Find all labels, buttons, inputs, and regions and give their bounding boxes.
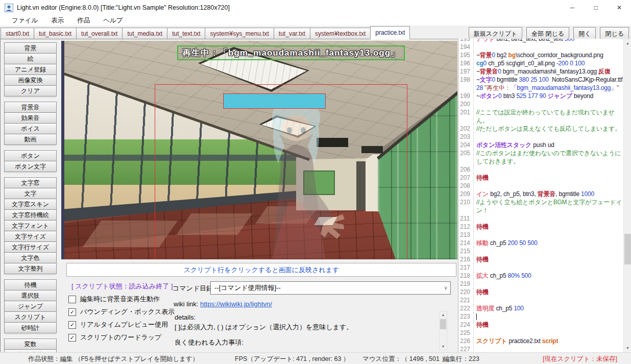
menu-item-1[interactable]: 表示	[44, 15, 70, 26]
script-line[interactable]: 203	[458, 133, 624, 141]
sidebar-button-3-6[interactable]: 文字行サイズ	[4, 241, 57, 253]
code-token: 500	[565, 39, 574, 42]
script-line[interactable]: 219	[458, 280, 624, 288]
sidebar-button-5-0[interactable]: 変数	[4, 338, 57, 350]
menu-item-0[interactable]: ファイル	[5, 15, 44, 26]
script-line[interactable]: 224待機	[458, 321, 624, 329]
script-line[interactable]: 204ボタン活性スタック push ud	[458, 141, 624, 149]
tab-8[interactable]: practice.txt	[370, 26, 410, 39]
tab-7[interactable]: system¥textbox.txt	[310, 28, 371, 39]
sidebar-button-4-0[interactable]: 待機	[4, 279, 57, 290]
menu-item-2[interactable]: 作品	[70, 15, 96, 26]
unsaved-indicator: [現在スクリプト：未保存]	[543, 355, 617, 363]
sidebar-button-0-2[interactable]: アニメ登録	[4, 64, 57, 75]
script-line[interactable]: 209イン bg2, ch_p5, btn3, 背景音, bgmtitle 10…	[458, 190, 624, 198]
sidebar-button-4-2[interactable]: ジャンプ	[4, 301, 57, 312]
sidebar-button-0-1[interactable]: 絵	[4, 53, 57, 64]
checkbox-row-2[interactable]: ✓リアルタイムプレビュー使用	[68, 321, 168, 329]
scroll-up-icon[interactable]: ▲	[624, 39, 631, 47]
sidebar-button-3-8[interactable]: 文字整列	[4, 263, 57, 274]
maximize-button[interactable]: □	[584, 0, 608, 15]
checkbox-row-1[interactable]: ✓バウンディング・ボックス表示	[68, 308, 175, 316]
script-line[interactable]: 221	[458, 296, 624, 304]
scroll-up-icon[interactable]: ▲	[440, 312, 447, 318]
script-line[interactable]: 208	[458, 182, 624, 190]
sidebar-button-0-0[interactable]: 背景	[4, 42, 57, 54]
scroll-down-icon[interactable]: ▼	[440, 344, 447, 350]
checkbox-icon[interactable]: ✓	[68, 308, 76, 316]
script-line[interactable]: 217	[458, 263, 624, 272]
script-line[interactable]: 198~文字0 bgmtitle 380 25 100 NotoSansCJKj…	[458, 76, 624, 92]
script-line[interactable]: 215	[458, 247, 624, 255]
script-line[interactable]: 199~ボタン0 btn3 525 177 90 ジャンプ beyond	[458, 92, 624, 100]
close-button[interactable]: ✕	[608, 0, 631, 15]
script-line[interactable]: 212待機	[458, 223, 624, 231]
script-line[interactable]: 226スクリプト practice2.txt script	[458, 337, 624, 345]
script-line[interactable]: 194	[458, 43, 624, 51]
script-line[interactable]: 205//このボタンはまだ使わないので選択できないようにしておきます。	[458, 149, 624, 165]
sidebar-button-3-0[interactable]: 文字窓	[4, 177, 57, 188]
script-line[interactable]: 196cg0 ch_p5 scg\girl_c0_all.png -200 0 …	[458, 59, 624, 67]
script-scrollbar[interactable]: ▲ ▼	[623, 39, 631, 352]
script-line[interactable]: 207待機	[458, 174, 624, 182]
details-scrollbar-thumb[interactable]	[440, 319, 446, 329]
sidebar-button-1-1[interactable]: 効果音	[4, 112, 57, 124]
script-line[interactable]: 218拡大 ch_p5 80% 500	[458, 272, 624, 280]
sidebar-button-4-3[interactable]: スクリプト	[4, 311, 57, 323]
tab-4[interactable]: tut_text.txt	[167, 28, 205, 39]
script-line[interactable]: 220待機	[458, 288, 624, 296]
checkbox-icon[interactable]: ✓	[68, 321, 76, 329]
wiki-link[interactable]: https://wikiwiki.jp/lightvn/	[200, 300, 272, 308]
tab-2[interactable]: tut_overall.txt	[76, 28, 123, 39]
checkbox-row-3[interactable]: ✓スクリプトのワードラップ	[68, 333, 161, 342]
sidebar-button-3-7[interactable]: 文字色	[4, 252, 57, 263]
sidebar-button-3-5[interactable]: 文字サイズ	[4, 231, 57, 242]
script-line[interactable]: 197~背景音0 bgm_maoudamashii_fantasy13.ogg …	[458, 67, 624, 76]
sidebar-button-1-3[interactable]: 動画	[4, 134, 57, 145]
script-line[interactable]: 193アウト btn1, btn1_text, btn2_text 500	[458, 39, 624, 43]
sidebar-button-3-4[interactable]: 文字フォント	[4, 220, 57, 231]
script-line[interactable]: 201//ここでは設定が終わっていてもまだ現れていません。	[458, 108, 624, 125]
script-line[interactable]: 213	[458, 231, 624, 239]
details-scrollbar[interactable]: ▲ ▼	[439, 311, 447, 350]
tab-5[interactable]: system¥sys_menu.txt	[205, 28, 274, 39]
minimize-button[interactable]: ─	[561, 0, 584, 15]
scroll-down-icon[interactable]: ▼	[624, 344, 631, 352]
tab-1[interactable]: tut_basic.txt	[34, 28, 77, 39]
script-scrollbar-thumb[interactable]	[624, 234, 631, 264]
menu-item-3[interactable]: ヘルプ	[96, 15, 129, 26]
script-line[interactable]: 195~背景0 bg2 bg\school_corridor_backgroun…	[458, 51, 624, 59]
script-line[interactable]: 200	[458, 100, 624, 108]
sidebar-button-0-4[interactable]: クリア	[4, 85, 57, 96]
checkbox-row-0[interactable]: 編集時に背景音楽再生動作	[68, 295, 160, 303]
sidebar-button-3-1[interactable]: 文字	[4, 188, 57, 199]
sidebar-button-1-2[interactable]: ボイス	[4, 123, 57, 134]
script-line[interactable]: 222透明度 ch_p5 100	[458, 304, 624, 312]
script-line[interactable]: 210//ようやく立ち絵とボタンとBGMと文字がフェードイン！	[458, 198, 624, 214]
sidebar-button-3-2[interactable]: 文字窓スキン	[4, 199, 57, 210]
sidebar-button-4-1[interactable]: 選択肢	[4, 290, 57, 301]
script-line[interactable]: 225	[458, 329, 624, 337]
script-line[interactable]: 206	[458, 165, 624, 174]
script-code-area[interactable]: 193アウト btn1, btn1_text, btn2_text 500194…	[458, 39, 624, 352]
script-line[interactable]: 223	[458, 312, 624, 321]
checkbox-icon[interactable]	[68, 296, 76, 303]
sidebar-button-2-0[interactable]: ボタン	[4, 150, 57, 161]
sidebar-button-3-3[interactable]: 文字窓待機絵	[4, 209, 57, 221]
tab-0[interactable]: start0.txt	[1, 28, 34, 39]
script-line[interactable]: 214移動 ch_p5 200 50 500	[458, 239, 624, 247]
command-list-select[interactable]: --[コマンド使用情報]-- ˅	[210, 281, 451, 295]
sidebar-button-0-3[interactable]: 画像変換	[4, 75, 57, 86]
tab-6[interactable]: tut_var.txt	[274, 28, 310, 39]
script-line[interactable]: 202//ただしボタンは見えなくても反応してしまいます。	[458, 125, 624, 133]
sidebar-button-1-0[interactable]: 背景音	[4, 102, 57, 113]
checkbox-icon[interactable]: ✓	[68, 334, 76, 342]
script-line[interactable]: 227	[458, 345, 624, 352]
script-line[interactable]: 211	[458, 214, 624, 223]
sidebar-button-4-4[interactable]: 砂時計	[4, 322, 57, 333]
preview-button-btn3[interactable]	[223, 93, 326, 109]
script-line[interactable]: 216待機	[458, 255, 624, 263]
script-editor[interactable]: 193アウト btn1, btn1_text, btn2_text 500194…	[458, 39, 631, 352]
tab-3[interactable]: tut_media.txt	[122, 28, 167, 39]
sidebar-button-2-1[interactable]: ボタン文字	[4, 161, 57, 172]
